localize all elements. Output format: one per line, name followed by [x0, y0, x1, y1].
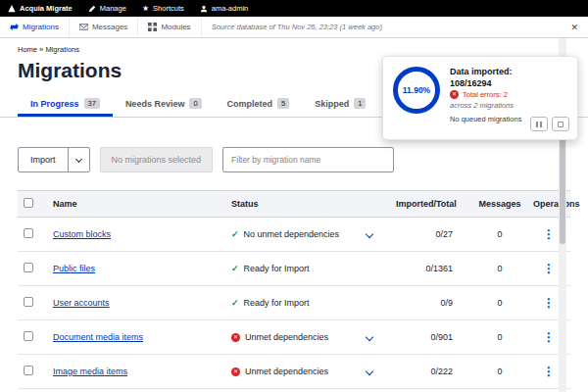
- check-icon: ✓: [231, 264, 239, 273]
- tab-needs-review[interactable]: Needs Review 0: [113, 92, 215, 117]
- messages-count: 0: [472, 320, 527, 355]
- total-errors-label: Total errors: 2: [463, 90, 508, 99]
- row-operations-kebab[interactable]: ⋮: [543, 332, 555, 342]
- import-caret[interactable]: [68, 148, 89, 172]
- no-migrations-selected-button: No migrations selected: [100, 147, 214, 172]
- status-text: Unmet dependencies: [245, 367, 328, 376]
- envelope-icon: [79, 23, 88, 31]
- across-migrations-note: across 2 migrations: [450, 101, 521, 110]
- brand-label: Acquia Migrate: [20, 4, 73, 13]
- migration-name-link[interactable]: Public files: [53, 264, 95, 273]
- imported-total-value: 0/9: [390, 286, 472, 320]
- messages-count: 0: [472, 355, 527, 389]
- migration-filter-input[interactable]: [222, 147, 394, 172]
- col-header-name: Name: [47, 191, 225, 218]
- user-label: ama-admin: [212, 4, 249, 13]
- toolbar-item-migrations[interactable]: Migrations: [0, 17, 70, 37]
- breadcrumb-separator: »: [39, 45, 43, 54]
- row-operations-kebab[interactable]: ⋮: [543, 298, 555, 308]
- status-text: Ready for Import: [244, 298, 310, 308]
- migration-name-link[interactable]: User accounts: [53, 298, 110, 308]
- row-operations-kebab[interactable]: ⋮: [543, 264, 555, 273]
- row-checkbox[interactable]: [24, 331, 33, 341]
- error-icon: ✕: [231, 368, 240, 376]
- chevron-down-icon[interactable]: [366, 368, 373, 375]
- tab-count-badge: 1: [354, 98, 366, 109]
- status-text: Ready for Import: [244, 264, 310, 273]
- tab-in-progress[interactable]: In Progress 37: [18, 92, 113, 117]
- migrations-table: Name Status Imported/Total Messages Oper…: [18, 190, 570, 392]
- queued-migrations-note: No queued migrations: [450, 115, 521, 123]
- close-icon[interactable]: ✕: [570, 23, 578, 32]
- progress-ring: 11.90%: [393, 67, 440, 114]
- imported-total-value: 0/27: [390, 218, 472, 252]
- check-icon: ✓: [231, 298, 239, 308]
- imported-total-value: 0/901: [390, 320, 472, 355]
- migrations-icon: [10, 23, 19, 31]
- imported-total-value: 0/222: [390, 355, 472, 389]
- manage-menu[interactable]: Manage: [88, 4, 126, 13]
- shortcuts-menu[interactable]: ★ Shortcuts: [142, 4, 184, 13]
- migration-name-link[interactable]: Custom blocks: [53, 229, 111, 239]
- row-operations-kebab[interactable]: ⋮: [543, 229, 555, 239]
- row-checkbox[interactable]: [24, 263, 33, 272]
- modules-icon: [148, 23, 157, 31]
- chevron-down-icon[interactable]: [366, 333, 373, 341]
- import-dropdown-button[interactable]: Import: [18, 147, 90, 172]
- table-row: Document media items ✕ Unmet dependencie…: [18, 320, 570, 355]
- import-controls: [530, 117, 569, 131]
- check-icon: ✓: [231, 229, 239, 239]
- breadcrumb: Home » Migrations: [0, 38, 588, 54]
- status-cell: ✓ Ready for Import: [231, 298, 384, 308]
- row-operations-kebab[interactable]: ⋮: [543, 367, 555, 376]
- row-checkbox[interactable]: [24, 366, 33, 375]
- select-all-checkbox[interactable]: [24, 198, 33, 208]
- chevron-down-icon: [74, 155, 81, 162]
- stop-button[interactable]: [552, 117, 569, 131]
- toolbar-item-messages[interactable]: Messages: [70, 17, 138, 37]
- tab-label: Skipped: [315, 99, 349, 109]
- module-toolbar: Migrations Messages Modules Source datab…: [0, 17, 588, 38]
- row-checkbox[interactable]: [24, 297, 33, 307]
- pencil-icon: [88, 5, 96, 13]
- table-row: User accounts ✓ Ready for Import 0/9 0 ⋮: [18, 286, 570, 320]
- admin-toolbar: Acquia Migrate Manage ★ Shortcuts ama-ad…: [0, 0, 588, 17]
- tab-completed[interactable]: Completed 5: [215, 92, 303, 117]
- status-text: Unmet dependencies: [245, 332, 328, 342]
- status-cell: ✓ No unmet dependencies: [231, 229, 384, 239]
- table-row: Image media items ✕ Unmet dependencies 0…: [18, 355, 570, 389]
- data-imported-value: 108/16294: [450, 78, 521, 88]
- pause-button[interactable]: [530, 117, 548, 131]
- acquia-migrate-brand[interactable]: Acquia Migrate: [8, 4, 73, 13]
- shortcuts-label: Shortcuts: [153, 4, 184, 13]
- data-imported-label: Data imported:: [450, 67, 521, 76]
- user-menu[interactable]: ama-admin: [200, 4, 249, 13]
- stop-icon: [558, 122, 564, 127]
- import-progress-card: 11.90% Data imported: 108/16294 ✕ Total …: [382, 56, 578, 140]
- messages-count: 0: [472, 286, 527, 320]
- person-icon: [200, 5, 208, 13]
- action-bar: Import No migrations selected: [0, 147, 588, 172]
- tab-count-badge: 37: [84, 98, 100, 109]
- tab-label: In Progress: [30, 99, 79, 109]
- chevron-down-icon[interactable]: [366, 230, 373, 238]
- total-errors-line[interactable]: ✕ Total errors: 2: [450, 90, 521, 99]
- source-database-note: Source database of Thu Nov 26, 23:23 (1 …: [212, 23, 382, 31]
- breadcrumb-home-link[interactable]: Home: [18, 45, 37, 54]
- toolbar-item-modules[interactable]: Modules: [138, 17, 201, 37]
- tab-count-badge: 5: [277, 98, 289, 109]
- row-checkbox[interactable]: [24, 228, 33, 238]
- migration-name-link[interactable]: Document media items: [53, 332, 143, 342]
- star-icon: ★: [142, 5, 149, 13]
- imported-total-value: 0/1: [390, 389, 472, 392]
- table-row: Private files ✕ Unmet dependencies 0/1 0…: [18, 389, 570, 392]
- tab-label: Needs Review: [125, 99, 185, 109]
- migration-name-link[interactable]: Image media items: [53, 367, 127, 376]
- tab-skipped[interactable]: Skipped 1: [302, 92, 378, 117]
- tab-count-badge: 0: [189, 98, 201, 109]
- messages-count: 0: [472, 252, 527, 286]
- error-icon: ✕: [231, 333, 240, 342]
- scrollbar-thumb[interactable]: [560, 131, 565, 244]
- messages-count: 0: [472, 389, 527, 392]
- status-cell: ✕ Unmet dependencies: [231, 332, 384, 342]
